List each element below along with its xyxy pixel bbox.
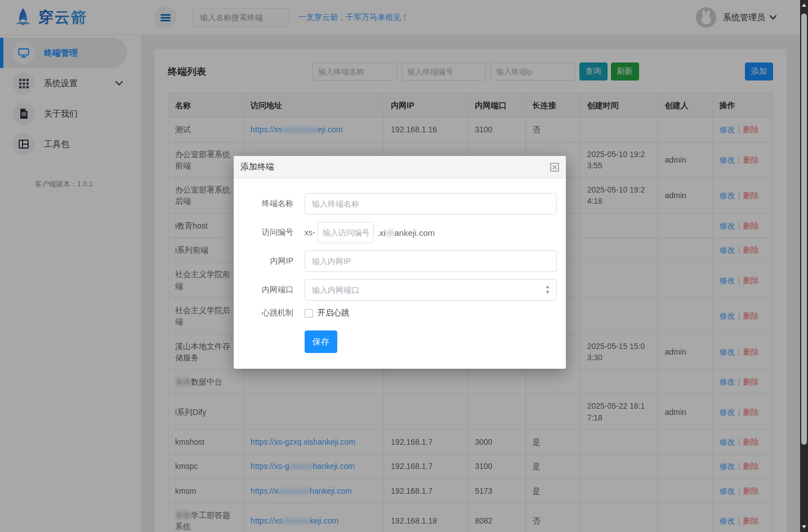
intranet-port-label: 内网端口 xyxy=(243,285,293,295)
access-code-input[interactable] xyxy=(318,222,374,243)
close-button[interactable] xyxy=(550,163,559,172)
heartbeat-label: 心跳机制 xyxy=(243,308,293,318)
access-code-prefix: xs- xyxy=(305,228,315,237)
heartbeat-checkbox-label: 开启心跳 xyxy=(318,308,349,318)
access-code-suffix: .xishankeji.com xyxy=(377,228,435,238)
number-spinner[interactable]: ▲▼ xyxy=(545,284,550,295)
scrollbar[interactable] xyxy=(800,0,808,532)
scrollbar-thumb[interactable] xyxy=(801,14,807,445)
save-button[interactable]: 保存 xyxy=(305,330,337,353)
intranet-ip-input[interactable] xyxy=(305,251,557,272)
modal-body: 终端名称 访问编号 xs- .xishankeji.com 内网IP 内网端口 … xyxy=(234,178,566,369)
intranet-port-input[interactable] xyxy=(305,279,557,301)
access-code-label: 访问编号 xyxy=(243,227,293,238)
terminal-name-input[interactable] xyxy=(305,193,557,214)
heartbeat-checkbox[interactable] xyxy=(305,309,313,318)
modal-title: 添加终端 xyxy=(240,162,274,172)
terminal-name-label: 终端名称 xyxy=(243,199,293,209)
scroll-down-arrow-icon[interactable] xyxy=(802,525,806,529)
close-icon xyxy=(550,163,559,172)
intranet-ip-label: 内网IP xyxy=(243,256,293,266)
modal-header: 添加终端 xyxy=(234,156,566,178)
add-terminal-modal: 添加终端 终端名称 访问编号 xs- .xishankeji.com 内网IP … xyxy=(234,156,566,369)
scroll-up-arrow-icon[interactable] xyxy=(802,3,806,7)
